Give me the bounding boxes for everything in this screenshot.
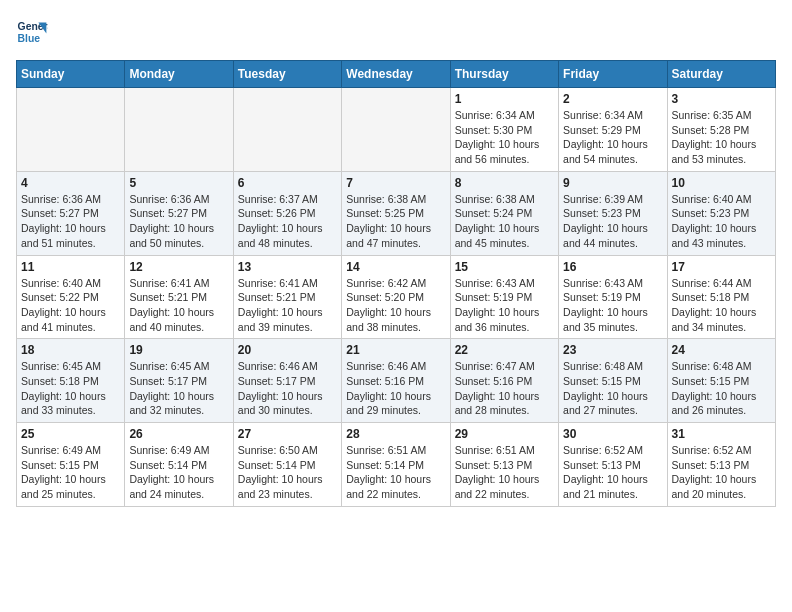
calendar-day-cell: 2Sunrise: 6:34 AM Sunset: 5:29 PM Daylig… xyxy=(559,88,667,172)
day-number: 4 xyxy=(21,176,120,190)
day-info: Sunrise: 6:48 AM Sunset: 5:15 PM Dayligh… xyxy=(563,359,662,418)
day-info: Sunrise: 6:50 AM Sunset: 5:14 PM Dayligh… xyxy=(238,443,337,502)
day-number: 11 xyxy=(21,260,120,274)
day-number: 12 xyxy=(129,260,228,274)
calendar-day-cell: 13Sunrise: 6:41 AM Sunset: 5:21 PM Dayli… xyxy=(233,255,341,339)
calendar-day-cell: 10Sunrise: 6:40 AM Sunset: 5:23 PM Dayli… xyxy=(667,171,775,255)
calendar-day-cell: 15Sunrise: 6:43 AM Sunset: 5:19 PM Dayli… xyxy=(450,255,558,339)
day-info: Sunrise: 6:43 AM Sunset: 5:19 PM Dayligh… xyxy=(563,276,662,335)
weekday-header: Friday xyxy=(559,61,667,88)
weekday-header: Saturday xyxy=(667,61,775,88)
calendar-day-cell: 26Sunrise: 6:49 AM Sunset: 5:14 PM Dayli… xyxy=(125,423,233,507)
day-info: Sunrise: 6:45 AM Sunset: 5:18 PM Dayligh… xyxy=(21,359,120,418)
day-number: 21 xyxy=(346,343,445,357)
calendar-day-cell: 21Sunrise: 6:46 AM Sunset: 5:16 PM Dayli… xyxy=(342,339,450,423)
calendar-week-row: 18Sunrise: 6:45 AM Sunset: 5:18 PM Dayli… xyxy=(17,339,776,423)
day-number: 7 xyxy=(346,176,445,190)
day-number: 26 xyxy=(129,427,228,441)
calendar-day-cell xyxy=(125,88,233,172)
day-number: 22 xyxy=(455,343,554,357)
day-number: 2 xyxy=(563,92,662,106)
calendar-day-cell: 20Sunrise: 6:46 AM Sunset: 5:17 PM Dayli… xyxy=(233,339,341,423)
weekday-header: Thursday xyxy=(450,61,558,88)
day-number: 18 xyxy=(21,343,120,357)
day-number: 17 xyxy=(672,260,771,274)
day-number: 3 xyxy=(672,92,771,106)
day-info: Sunrise: 6:51 AM Sunset: 5:13 PM Dayligh… xyxy=(455,443,554,502)
calendar-day-cell: 1Sunrise: 6:34 AM Sunset: 5:30 PM Daylig… xyxy=(450,88,558,172)
calendar-day-cell: 23Sunrise: 6:48 AM Sunset: 5:15 PM Dayli… xyxy=(559,339,667,423)
calendar-day-cell: 9Sunrise: 6:39 AM Sunset: 5:23 PM Daylig… xyxy=(559,171,667,255)
day-number: 9 xyxy=(563,176,662,190)
day-number: 24 xyxy=(672,343,771,357)
calendar-day-cell: 30Sunrise: 6:52 AM Sunset: 5:13 PM Dayli… xyxy=(559,423,667,507)
day-info: Sunrise: 6:43 AM Sunset: 5:19 PM Dayligh… xyxy=(455,276,554,335)
calendar-day-cell xyxy=(342,88,450,172)
day-info: Sunrise: 6:52 AM Sunset: 5:13 PM Dayligh… xyxy=(672,443,771,502)
calendar-body: 1Sunrise: 6:34 AM Sunset: 5:30 PM Daylig… xyxy=(17,88,776,507)
day-info: Sunrise: 6:48 AM Sunset: 5:15 PM Dayligh… xyxy=(672,359,771,418)
calendar-day-cell: 25Sunrise: 6:49 AM Sunset: 5:15 PM Dayli… xyxy=(17,423,125,507)
calendar-day-cell: 8Sunrise: 6:38 AM Sunset: 5:24 PM Daylig… xyxy=(450,171,558,255)
calendar-day-cell: 17Sunrise: 6:44 AM Sunset: 5:18 PM Dayli… xyxy=(667,255,775,339)
calendar-day-cell: 28Sunrise: 6:51 AM Sunset: 5:14 PM Dayli… xyxy=(342,423,450,507)
weekday-header: Wednesday xyxy=(342,61,450,88)
day-info: Sunrise: 6:34 AM Sunset: 5:30 PM Dayligh… xyxy=(455,108,554,167)
calendar-week-row: 1Sunrise: 6:34 AM Sunset: 5:30 PM Daylig… xyxy=(17,88,776,172)
day-info: Sunrise: 6:36 AM Sunset: 5:27 PM Dayligh… xyxy=(21,192,120,251)
weekday-header: Sunday xyxy=(17,61,125,88)
calendar-day-cell: 31Sunrise: 6:52 AM Sunset: 5:13 PM Dayli… xyxy=(667,423,775,507)
day-number: 8 xyxy=(455,176,554,190)
weekday-header: Monday xyxy=(125,61,233,88)
day-info: Sunrise: 6:49 AM Sunset: 5:15 PM Dayligh… xyxy=(21,443,120,502)
day-info: Sunrise: 6:38 AM Sunset: 5:24 PM Dayligh… xyxy=(455,192,554,251)
day-info: Sunrise: 6:47 AM Sunset: 5:16 PM Dayligh… xyxy=(455,359,554,418)
calendar-header-row: SundayMondayTuesdayWednesdayThursdayFrid… xyxy=(17,61,776,88)
day-info: Sunrise: 6:45 AM Sunset: 5:17 PM Dayligh… xyxy=(129,359,228,418)
day-number: 14 xyxy=(346,260,445,274)
day-number: 28 xyxy=(346,427,445,441)
calendar-day-cell: 12Sunrise: 6:41 AM Sunset: 5:21 PM Dayli… xyxy=(125,255,233,339)
day-number: 10 xyxy=(672,176,771,190)
day-number: 15 xyxy=(455,260,554,274)
day-number: 1 xyxy=(455,92,554,106)
day-number: 6 xyxy=(238,176,337,190)
logo-icon: General Blue xyxy=(16,16,48,48)
calendar-day-cell: 4Sunrise: 6:36 AM Sunset: 5:27 PM Daylig… xyxy=(17,171,125,255)
day-info: Sunrise: 6:49 AM Sunset: 5:14 PM Dayligh… xyxy=(129,443,228,502)
day-info: Sunrise: 6:35 AM Sunset: 5:28 PM Dayligh… xyxy=(672,108,771,167)
day-info: Sunrise: 6:46 AM Sunset: 5:16 PM Dayligh… xyxy=(346,359,445,418)
day-info: Sunrise: 6:40 AM Sunset: 5:22 PM Dayligh… xyxy=(21,276,120,335)
day-number: 29 xyxy=(455,427,554,441)
calendar-day-cell xyxy=(233,88,341,172)
calendar-day-cell: 11Sunrise: 6:40 AM Sunset: 5:22 PM Dayli… xyxy=(17,255,125,339)
svg-text:Blue: Blue xyxy=(18,33,41,44)
calendar-week-row: 11Sunrise: 6:40 AM Sunset: 5:22 PM Dayli… xyxy=(17,255,776,339)
day-info: Sunrise: 6:52 AM Sunset: 5:13 PM Dayligh… xyxy=(563,443,662,502)
day-info: Sunrise: 6:38 AM Sunset: 5:25 PM Dayligh… xyxy=(346,192,445,251)
calendar-day-cell: 22Sunrise: 6:47 AM Sunset: 5:16 PM Dayli… xyxy=(450,339,558,423)
calendar-day-cell: 14Sunrise: 6:42 AM Sunset: 5:20 PM Dayli… xyxy=(342,255,450,339)
calendar-week-row: 4Sunrise: 6:36 AM Sunset: 5:27 PM Daylig… xyxy=(17,171,776,255)
calendar-week-row: 25Sunrise: 6:49 AM Sunset: 5:15 PM Dayli… xyxy=(17,423,776,507)
calendar-table: SundayMondayTuesdayWednesdayThursdayFrid… xyxy=(16,60,776,507)
day-number: 27 xyxy=(238,427,337,441)
day-number: 31 xyxy=(672,427,771,441)
calendar-day-cell: 5Sunrise: 6:36 AM Sunset: 5:27 PM Daylig… xyxy=(125,171,233,255)
calendar-day-cell xyxy=(17,88,125,172)
day-number: 19 xyxy=(129,343,228,357)
weekday-header: Tuesday xyxy=(233,61,341,88)
calendar-day-cell: 18Sunrise: 6:45 AM Sunset: 5:18 PM Dayli… xyxy=(17,339,125,423)
day-info: Sunrise: 6:40 AM Sunset: 5:23 PM Dayligh… xyxy=(672,192,771,251)
calendar-day-cell: 24Sunrise: 6:48 AM Sunset: 5:15 PM Dayli… xyxy=(667,339,775,423)
page-header: General Blue xyxy=(16,16,776,48)
day-info: Sunrise: 6:41 AM Sunset: 5:21 PM Dayligh… xyxy=(238,276,337,335)
day-number: 30 xyxy=(563,427,662,441)
calendar-day-cell: 27Sunrise: 6:50 AM Sunset: 5:14 PM Dayli… xyxy=(233,423,341,507)
day-info: Sunrise: 6:36 AM Sunset: 5:27 PM Dayligh… xyxy=(129,192,228,251)
day-number: 20 xyxy=(238,343,337,357)
calendar-day-cell: 29Sunrise: 6:51 AM Sunset: 5:13 PM Dayli… xyxy=(450,423,558,507)
day-info: Sunrise: 6:42 AM Sunset: 5:20 PM Dayligh… xyxy=(346,276,445,335)
day-info: Sunrise: 6:34 AM Sunset: 5:29 PM Dayligh… xyxy=(563,108,662,167)
day-info: Sunrise: 6:44 AM Sunset: 5:18 PM Dayligh… xyxy=(672,276,771,335)
